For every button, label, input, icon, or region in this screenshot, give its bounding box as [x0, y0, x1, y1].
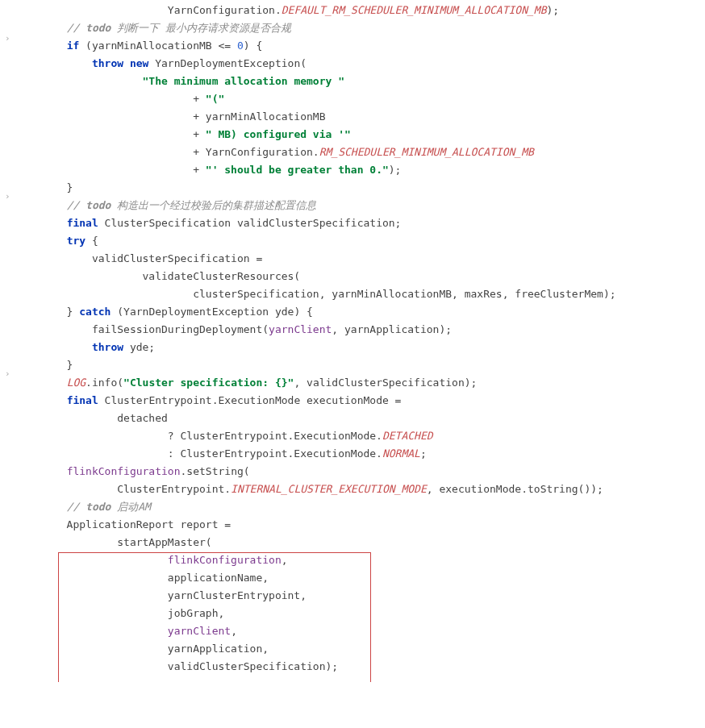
code-line: applicationName, [0, 569, 705, 587]
code-line: final ClusterSpecification validClusterS… [0, 214, 705, 232]
code-line: } [0, 356, 705, 374]
code-line: throw yde; [0, 339, 705, 356]
code-line: clusterSpecification, yarnMinAllocationM… [0, 285, 705, 303]
code-line: try { [0, 232, 705, 250]
code-line: validClusterSpecification); [0, 658, 705, 676]
code-line: detached [0, 410, 705, 427]
code-line: ApplicationReport report = [0, 516, 705, 534]
code-line: // todo 构造出一个经过校验后的集群描述配置信息 [0, 197, 705, 214]
code-editor[interactable]: › › › YarnConfiguration.DEFAULT_RM_SCHED… [0, 0, 705, 682]
gutter-tick: › [5, 365, 10, 383]
code-line: flinkConfiguration.setString( [0, 463, 705, 480]
code-line: jobGraph, [0, 605, 705, 622]
code-line: } [0, 179, 705, 197]
gutter-tick: › [5, 30, 10, 48]
code-line: "The minimum allocation memory " [0, 73, 705, 90]
code-line: ? ClusterEntrypoint.ExecutionMode.DETACH… [0, 427, 705, 445]
code-line: startAppMaster( [0, 534, 705, 551]
code-line: + yarnMinAllocationMB [0, 108, 705, 126]
code-line: : ClusterEntrypoint.ExecutionMode.NORMAL… [0, 445, 705, 463]
gutter-tick: › [5, 188, 10, 206]
code-line: validateClusterResources( [0, 268, 705, 285]
code-line: + YarnConfiguration.RM_SCHEDULER_MINIMUM… [0, 144, 705, 161]
code-line: LOG.info("Cluster specification: {}", va… [0, 374, 705, 392]
code-line: + " MB) configured via '" [0, 126, 705, 144]
code-line: failSessionDuringDeployment(yarnClient, … [0, 321, 705, 339]
code-line: + "(" [0, 90, 705, 108]
code-line: yarnApplication, [0, 640, 705, 658]
code-line: yarnClient, [0, 622, 705, 640]
code-line: throw new YarnDeploymentException( [0, 55, 705, 73]
code-line: yarnClusterEntrypoint, [0, 587, 705, 605]
code-line: ClusterEntrypoint.INTERNAL_CLUSTER_EXECU… [0, 480, 705, 498]
code-line: validClusterSpecification = [0, 250, 705, 268]
code-line: // todo 启动AM [0, 498, 705, 516]
code-line: + "' should be greater than 0."); [0, 161, 705, 179]
code-line: flinkConfiguration, [0, 551, 705, 569]
code-line: if (yarnMinAllocationMB <= 0) { [0, 37, 705, 55]
code-line: } catch (YarnDeploymentException yde) { [0, 303, 705, 321]
code-line: // todo 判断一下 最小内存请求资源是否合规 [0, 19, 705, 37]
code-line: final ClusterEntrypoint.ExecutionMode ex… [0, 392, 705, 410]
code-line: YarnConfiguration.DEFAULT_RM_SCHEDULER_M… [0, 2, 705, 19]
